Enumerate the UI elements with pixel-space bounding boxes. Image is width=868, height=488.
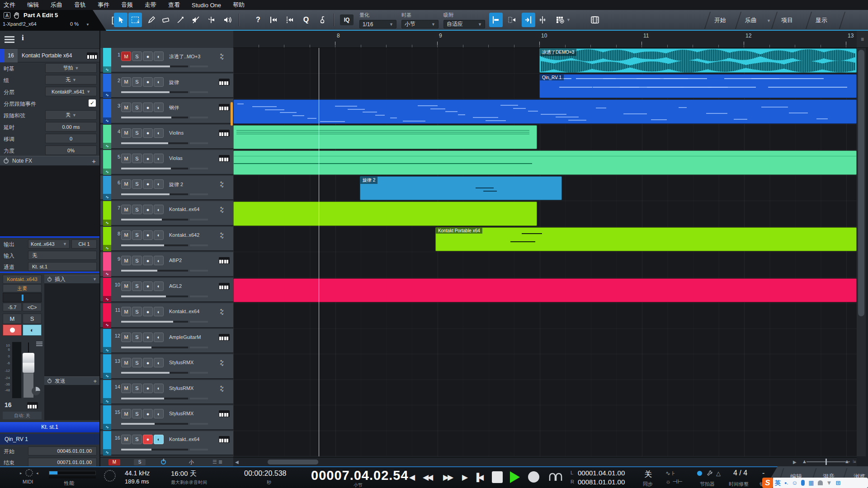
zoom-play-icon[interactable]: ▶ (793, 460, 797, 465)
scrollbar-thumb[interactable] (268, 460, 318, 465)
line-tool[interactable] (174, 13, 187, 27)
mute-button[interactable]: M (121, 307, 131, 316)
power-icon[interactable] (47, 379, 52, 383)
autoscroll-button[interactable] (522, 13, 535, 27)
main-time-display[interactable]: 00007.04.02.54 (311, 468, 409, 483)
sends-header[interactable]: 发送 + (44, 376, 99, 385)
mute-button[interactable]: M (121, 52, 131, 61)
metronome-icon[interactable]: △ (716, 470, 721, 477)
mini-knob[interactable] (32, 387, 40, 395)
clip-dashes[interactable] (233, 99, 857, 124)
monitor-button[interactable]: ◐ (23, 324, 42, 336)
solo-button[interactable]: S (132, 282, 142, 291)
solo-button[interactable]: S (132, 230, 142, 240)
mute-button[interactable]: M (121, 333, 131, 342)
automation-expand-button[interactable]: ∿ (103, 398, 111, 404)
track-header-15[interactable]: ∿15MS●◐StylusRMX (100, 405, 233, 430)
automation-expand-button[interactable]: ∿ (103, 271, 111, 277)
record-arm-button[interactable]: ● (143, 384, 153, 393)
pan-mini-slider[interactable] (190, 347, 208, 348)
clip-Kontakt Portable x64[interactable]: Kontakt Portable x64 (435, 227, 857, 252)
pan-mini-slider[interactable] (190, 142, 208, 144)
pan-slider[interactable] (3, 293, 42, 302)
snap-settings-icons[interactable]: ☼ ⊣⊢ (665, 478, 683, 485)
menu-编辑[interactable]: 编辑 (27, 1, 39, 9)
track-header-3[interactable]: ∿3MS●◐钢伴 (100, 99, 233, 124)
solo-button[interactable]: S (132, 384, 142, 393)
track-name[interactable]: 旋律 (169, 79, 179, 86)
grid-add-button[interactable]: ▼ (555, 13, 571, 27)
track-name[interactable]: 旋律 2 (169, 181, 183, 188)
mute-button[interactable]: M (121, 128, 131, 138)
automation-expand-button[interactable]: ∿ (103, 220, 111, 226)
global-solo-button[interactable]: S (134, 459, 146, 465)
track-header-10[interactable]: ∿10MS●◐AGL2 (100, 278, 233, 303)
track-name[interactable]: Kontakt..x642 (169, 232, 199, 238)
automation-mode[interactable]: 自动: 关 (3, 412, 42, 419)
mute-button[interactable]: M (3, 314, 22, 324)
volume-slider[interactable] (121, 91, 188, 93)
pan-mini-slider[interactable] (190, 66, 208, 67)
quantize-select[interactable]: 1/16▼ (359, 20, 396, 28)
chevron-down-icon[interactable]: ▼ (86, 23, 90, 27)
clip-centerline[interactable] (233, 150, 857, 175)
ime-keyboard-icon[interactable]: ▦ (808, 479, 814, 486)
automation-expand-button[interactable]: ∿ (103, 449, 111, 455)
clip-Qin_RV 1[interactable]: Qin_RV 1 (539, 74, 857, 99)
ime-emoji-icon[interactable]: ☺ (792, 479, 797, 486)
playhead[interactable] (319, 48, 319, 456)
jump-back-button[interactable]: ◀ (409, 473, 414, 482)
record-arm-button[interactable]: ● (143, 230, 153, 240)
clip-plain[interactable] (233, 278, 857, 303)
track-name[interactable]: Kontakt..ex64 (169, 206, 199, 212)
track-header-4[interactable]: ∿4MS●◐Violins (100, 125, 233, 150)
record-arm-button[interactable]: ● (143, 333, 153, 342)
volume-slider[interactable] (121, 321, 188, 323)
track-header-2[interactable]: ∿2MS●◐旋律 (100, 74, 233, 99)
mute-button[interactable]: M (121, 154, 131, 163)
monitor-button[interactable]: ◐ (154, 409, 164, 418)
scroll-left-icon[interactable]: ◀ (235, 460, 239, 465)
loop-button[interactable] (548, 472, 563, 483)
percent-value[interactable]: 0 % (70, 21, 79, 27)
monitor-button[interactable]: ◐ (154, 282, 164, 291)
loop-left-value[interactable]: 00001.04.01.00 (578, 469, 625, 477)
play-selection-tool[interactable] (283, 13, 297, 27)
automation-expand-button[interactable]: ∿ (103, 347, 111, 353)
monitor-button[interactable]: ◐ (154, 358, 164, 367)
automation-expand-button[interactable]: ∿ (103, 92, 111, 98)
play-from-tool[interactable] (267, 13, 280, 27)
ime-skin-icon[interactable]: ▼ (826, 479, 832, 486)
mute-button[interactable]: M (121, 282, 131, 291)
clock-time-value[interactable]: 00:00:20.538 (244, 469, 286, 478)
prop-value-组[interactable]: 无▼ (45, 75, 97, 84)
solo-button[interactable]: S (23, 314, 42, 324)
prop-value-分层[interactable]: KontaktP..x641▼ (45, 87, 97, 96)
automation-expand-button[interactable]: ∿ (103, 143, 111, 149)
monitor-button[interactable]: ◐ (154, 205, 164, 214)
solo-button[interactable]: S (132, 77, 142, 87)
track-name[interactable]: StylusRMX (169, 385, 193, 391)
monitor-button[interactable]: ◐ (154, 77, 164, 87)
pan-mini-slider[interactable] (190, 168, 208, 169)
volume-slider[interactable] (121, 449, 188, 450)
solo-button[interactable]: S (132, 205, 142, 214)
track-name[interactable]: ABP2 (169, 258, 182, 263)
volume-slider[interactable] (121, 296, 188, 297)
automation-expand-button[interactable]: ∿ (103, 245, 111, 251)
record-arm-button[interactable]: ● (143, 256, 153, 265)
volume-slider[interactable] (121, 193, 188, 195)
zoom-out-icon[interactable]: ▲ (802, 459, 807, 464)
automation-expand-button[interactable]: ∿ (103, 169, 111, 175)
menu-音轨[interactable]: 音轨 (74, 1, 86, 9)
snap-select[interactable]: 自适应▼ (443, 20, 485, 28)
pan-value[interactable]: <C> (23, 303, 42, 311)
hamburger-menu-icon[interactable] (5, 36, 14, 38)
track-header-5[interactable]: ∿5MS●◐Violas (100, 150, 233, 175)
arr-track-lane-13[interactable] (233, 354, 857, 380)
menu-文件[interactable]: 文件 (4, 1, 15, 9)
record-arm-button[interactable]: ● (143, 179, 153, 189)
pan-mini-slider[interactable] (190, 244, 208, 246)
global-power-button[interactable] (161, 460, 166, 465)
monitor-button[interactable]: ◐ (154, 103, 164, 112)
